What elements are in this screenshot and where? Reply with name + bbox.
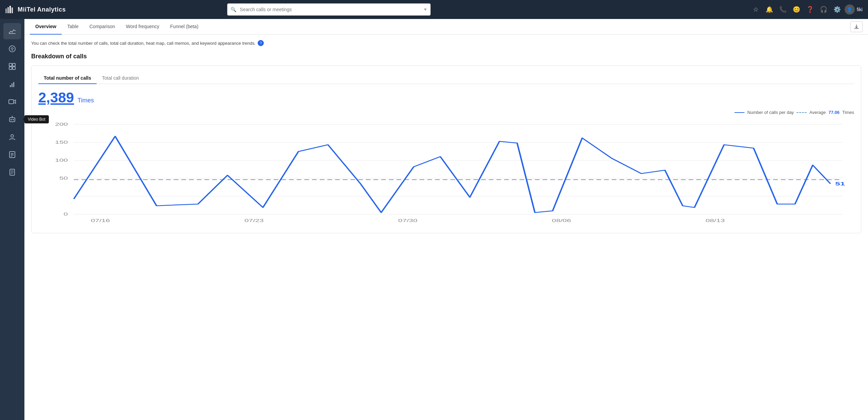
sidebar-item-analytics[interactable] [3, 23, 21, 39]
svg-rect-7 [9, 63, 12, 66]
svg-rect-1 [7, 7, 9, 13]
sidebar-item-reports[interactable] [3, 76, 21, 92]
svg-rect-8 [13, 63, 15, 66]
tabs-bar: Overview Table Comparison Word frequency… [24, 19, 868, 35]
svg-text:150: 150 [55, 140, 68, 145]
tab-comparison[interactable]: Comparison [84, 19, 120, 35]
bell-button[interactable]: 🔔 [763, 3, 775, 16]
sidebar: Video Bot [0, 19, 24, 420]
svg-point-18 [13, 119, 14, 120]
svg-rect-2 [9, 6, 11, 13]
svg-rect-0 [5, 8, 7, 13]
content-body: You can check the total number of calls,… [24, 35, 868, 420]
svg-rect-3 [12, 7, 13, 13]
headset-button[interactable]: 🎧 [817, 3, 830, 16]
download-button[interactable] [850, 21, 863, 32]
total-row: 2,389 Times [38, 89, 854, 106]
search-input[interactable] [227, 3, 431, 16]
svg-text:51: 51 [835, 181, 845, 187]
help-button[interactable]: ❓ [804, 3, 816, 16]
chart-svg: 200 150 100 50 0 51 07/16 [38, 118, 854, 226]
legend-calls-label: Number of calls per day [747, 110, 794, 115]
user-name: fiki [857, 7, 863, 12]
svg-rect-11 [10, 85, 11, 87]
chart-card: Total number of calls Total call duratio… [31, 65, 861, 233]
sidebar-item-videobot[interactable]: Video Bot [3, 111, 21, 127]
search-wrapper: 🔍 ▼ [227, 3, 431, 16]
star-button[interactable]: ☆ [750, 3, 762, 16]
sidebar-item-users[interactable] [3, 129, 21, 145]
legend-dashed-line [796, 112, 807, 113]
logo: MiiTel Analytics [5, 6, 66, 13]
settings-button[interactable]: ⚙️ [831, 3, 843, 16]
svg-text:08/06: 08/06 [552, 218, 571, 223]
app-title: MiiTel Analytics [18, 6, 66, 13]
phone-button[interactable]: 📞 [777, 3, 789, 16]
chart-tab-duration[interactable]: Total call duration [97, 73, 144, 84]
svg-rect-13 [13, 82, 14, 87]
total-unit: Times [78, 97, 94, 104]
svg-rect-14 [9, 100, 14, 104]
help-icon[interactable]: ? [258, 40, 264, 46]
sidebar-item-grid[interactable] [3, 58, 21, 75]
face-button[interactable]: 😊 [790, 3, 803, 16]
search-dropdown-icon[interactable]: ▼ [423, 7, 427, 12]
chart-tabs: Total number of calls Total call duratio… [38, 73, 854, 84]
svg-text:100: 100 [55, 158, 68, 163]
svg-text:07/30: 07/30 [398, 218, 417, 223]
info-row: You can check the total number of calls,… [31, 40, 861, 46]
topnav: MiiTel Analytics 🔍 ▼ ☆ 🔔 📞 😊 ❓ 🎧 ⚙️ 👤 fi… [0, 0, 868, 19]
svg-marker-15 [14, 100, 16, 103]
svg-text:50: 50 [59, 176, 68, 181]
svg-text:08/13: 08/13 [706, 218, 725, 223]
svg-text:0: 0 [64, 212, 68, 217]
chart-tab-calls[interactable]: Total number of calls [38, 73, 97, 84]
tab-funnel[interactable]: Funnel (beta) [165, 19, 204, 35]
svg-text:07/23: 07/23 [244, 218, 264, 223]
sidebar-item-calls[interactable] [3, 41, 21, 57]
total-value: 2,389 [38, 89, 74, 105]
section-title: Breakdown of calls [31, 53, 861, 60]
legend-avg-unit: Times [842, 110, 854, 115]
svg-rect-12 [12, 83, 13, 87]
svg-rect-10 [13, 67, 15, 69]
chart-legend: Number of calls per day Average 77.06 Ti… [38, 110, 854, 115]
sidebar-item-video[interactable] [3, 94, 21, 110]
svg-rect-4 [9, 33, 16, 34]
content-area: Overview Table Comparison Word frequency… [24, 19, 868, 420]
legend-solid-line [734, 112, 745, 113]
svg-point-5 [9, 46, 15, 52]
search-icon: 🔍 [231, 7, 236, 12]
tab-overview[interactable]: Overview [30, 19, 62, 35]
tab-word-frequency[interactable]: Word frequency [120, 19, 165, 35]
user-menu[interactable]: 👤 fiki [845, 4, 863, 15]
sidebar-item-docs[interactable] [3, 164, 21, 180]
svg-point-20 [12, 116, 13, 117]
avatar: 👤 [845, 4, 855, 15]
svg-text:200: 200 [55, 122, 68, 127]
svg-text:07/16: 07/16 [91, 218, 110, 223]
main-layout: Video Bot [0, 19, 868, 420]
nav-icons: ☆ 🔔 📞 😊 ❓ 🎧 ⚙️ 👤 fiki [750, 3, 863, 16]
svg-rect-9 [9, 67, 12, 69]
svg-point-6 [12, 49, 13, 51]
svg-point-21 [11, 135, 14, 137]
tab-table[interactable]: Table [62, 19, 84, 35]
sidebar-item-tasks[interactable] [3, 146, 21, 163]
logo-icon [5, 6, 15, 13]
chart-container: 200 150 100 50 0 51 07/16 [38, 118, 854, 226]
svg-rect-16 [9, 118, 15, 122]
legend-avg-label: Average [809, 110, 826, 115]
info-text: You can check the total number of calls,… [31, 41, 256, 46]
svg-point-17 [11, 119, 12, 120]
legend-avg-value: 77.06 [829, 110, 840, 115]
